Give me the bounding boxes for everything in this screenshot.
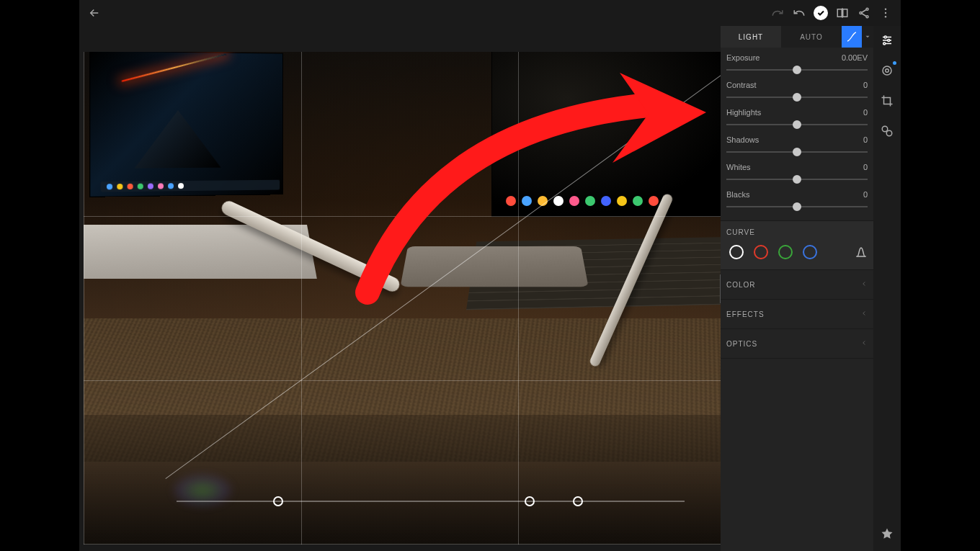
color-label: COLOR [726, 281, 756, 289]
more-vertical-icon [879, 6, 892, 19]
slider-exposure: Exposure 0.00EV [726, 53, 868, 75]
confirm-button[interactable] [810, 3, 832, 23]
photo-preview[interactable] [84, 52, 721, 545]
curve-channel-green[interactable] [778, 245, 793, 259]
optics-label: OPTICS [726, 340, 757, 348]
blacks-value: 0 [863, 190, 868, 199]
curve-channel-red[interactable] [754, 245, 768, 259]
section-color[interactable]: COLOR [721, 270, 873, 300]
presets-icon [881, 125, 894, 138]
svg-point-14 [883, 42, 886, 45]
shadows-track[interactable] [726, 147, 868, 157]
whites-value: 0 [863, 163, 868, 171]
svg-point-13 [888, 40, 890, 42]
slider-whites: Whites 0 [726, 163, 868, 184]
svg-point-12 [884, 36, 886, 38]
slider-handle-1[interactable] [273, 496, 283, 506]
compare-button[interactable] [832, 3, 853, 23]
target-icon [881, 64, 894, 77]
checkmark-icon [814, 6, 828, 20]
highlights-thumb[interactable] [793, 120, 801, 129]
curve-title: CURVE [726, 228, 868, 236]
blacks-thumb[interactable] [793, 202, 801, 211]
presets-tool[interactable] [877, 121, 897, 141]
svg-point-15 [883, 66, 891, 75]
redo-button [767, 3, 788, 23]
chevron-left-icon [860, 280, 868, 289]
svg-point-16 [886, 69, 889, 73]
undo-icon [793, 6, 806, 19]
blacks-track[interactable] [726, 202, 868, 212]
tone-curve-dropdown[interactable] [862, 26, 873, 48]
slider-contrast: Contrast 0 [726, 81, 868, 102]
blacks-label: Blacks [726, 190, 749, 199]
highlights-track[interactable] [726, 120, 868, 130]
contrast-label: Contrast [726, 81, 757, 89]
panel-tabs: LIGHT AUTO [721, 26, 873, 48]
chevron-left-icon [860, 310, 868, 318]
whites-label: Whites [726, 163, 751, 171]
undo-button[interactable] [788, 3, 810, 23]
svg-point-7 [885, 12, 886, 14]
caret-down-icon [864, 33, 871, 40]
svg-point-17 [882, 126, 888, 132]
parametric-curve-button[interactable] [855, 246, 868, 259]
redo-icon [771, 6, 784, 19]
selective-edit-tool[interactable] [877, 61, 897, 81]
chevron-left-icon [860, 339, 868, 348]
effects-label: EFFECTS [726, 310, 765, 318]
svg-point-3 [866, 8, 868, 10]
curve-icon [846, 31, 858, 42]
share-icon [858, 6, 870, 19]
slider-handle-2[interactable] [525, 496, 535, 506]
star-button[interactable] [877, 524, 897, 544]
contrast-thumb[interactable] [793, 93, 801, 102]
contrast-value: 0 [863, 81, 868, 89]
svg-point-6 [885, 9, 886, 10]
whites-track[interactable] [726, 174, 868, 184]
svg-point-18 [886, 130, 892, 136]
more-button[interactable] [875, 3, 896, 23]
svg-rect-0 [837, 9, 842, 17]
shadows-value: 0 [863, 135, 868, 144]
tab-auto[interactable]: AUTO [781, 26, 842, 48]
arrow-left-icon [88, 6, 101, 19]
shadows-thumb[interactable] [793, 148, 801, 156]
whites-thumb[interactable] [793, 175, 801, 184]
contrast-track[interactable] [726, 92, 868, 102]
exposure-label: Exposure [726, 53, 760, 62]
highlights-label: Highlights [726, 108, 761, 117]
exposure-value: 0.00EV [842, 53, 868, 62]
highlights-value: 0 [863, 108, 868, 117]
slider-handle-3[interactable] [573, 496, 583, 506]
share-button[interactable] [853, 3, 875, 23]
tone-curve-toggle[interactable] [842, 26, 862, 48]
section-optics[interactable]: OPTICS [721, 329, 873, 359]
star-icon [881, 527, 894, 540]
exposure-thumb[interactable] [793, 66, 801, 74]
edit-panel: LIGHT AUTO Exposure 0.00EV [721, 26, 873, 551]
top-bar [79, 0, 901, 26]
shadows-label: Shadows [726, 135, 759, 144]
light-sliders: Exposure 0.00EV Contrast 0 Highlights [721, 48, 873, 221]
svg-rect-1 [843, 9, 847, 17]
crop-tool[interactable] [877, 91, 897, 111]
slider-shadows: Shadows 0 [726, 135, 868, 157]
exposure-track[interactable] [726, 65, 868, 75]
adjust-tool[interactable] [877, 30, 897, 50]
tab-light[interactable]: LIGHT [721, 26, 781, 48]
tool-rail [873, 26, 901, 551]
canvas-area[interactable] [79, 26, 721, 551]
svg-point-5 [866, 16, 868, 18]
filmstrip-slider[interactable] [177, 501, 685, 502]
back-button[interactable] [84, 3, 105, 23]
curve-channel-luminance[interactable] [729, 245, 744, 259]
slider-blacks: Blacks 0 [726, 190, 868, 212]
sliders-icon [881, 34, 894, 47]
svg-point-4 [860, 12, 862, 14]
section-effects[interactable]: EFFECTS [721, 300, 873, 329]
svg-point-8 [885, 16, 886, 17]
curve-channel-blue[interactable] [803, 245, 817, 259]
curve-section: CURVE [721, 221, 873, 270]
crop-icon [881, 94, 894, 107]
